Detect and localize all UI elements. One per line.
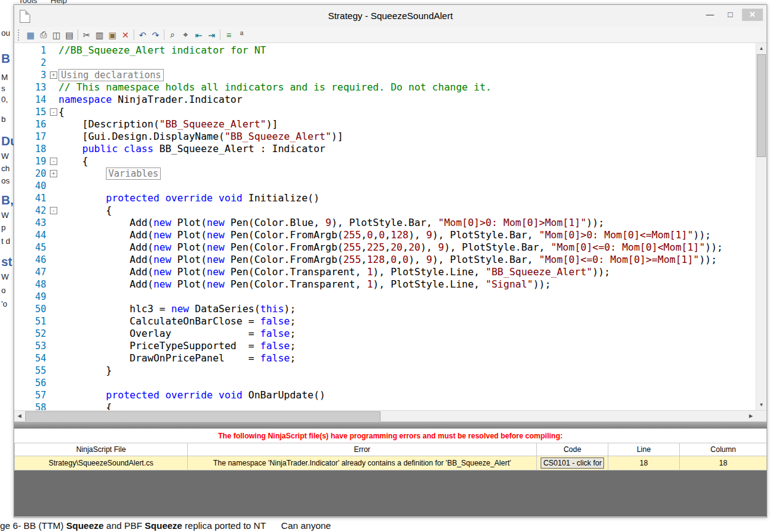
line-number: 15 (14, 106, 49, 118)
print-icon[interactable]: ⎙ (37, 29, 50, 41)
comment-selection-icon[interactable]: ≡ (222, 29, 235, 41)
find-icon[interactable]: ⌕ (166, 29, 179, 41)
fold-margin (49, 229, 58, 241)
line-number: 1 (14, 44, 49, 57)
code-line[interactable]: 53 PriceTypeSupported = false; (14, 340, 756, 352)
fold-marker-icon[interactable]: + (50, 71, 57, 79)
code-line[interactable]: 45 Add(new Plot(new Pen(Color.FromArgb(2… (14, 241, 756, 254)
code-text: } (58, 365, 112, 377)
undo-icon[interactable]: ↶ (136, 29, 149, 41)
code-line[interactable]: 58 { (14, 401, 756, 410)
redo-icon[interactable]: ↷ (149, 29, 162, 41)
code-line[interactable]: 52 Overlay = false; (14, 328, 756, 340)
fold-margin (49, 401, 58, 410)
code-line[interactable]: 18 public class BB_Squeeze_Alert : Indic… (14, 143, 756, 155)
scroll-down-icon[interactable]: ▼ (756, 400, 767, 410)
find-in-files-icon[interactable]: ⌖ (179, 29, 192, 41)
background-text-fragment: st (1, 255, 12, 269)
code-line[interactable]: 15-{ (14, 106, 756, 118)
error-column-header: Code (537, 443, 608, 456)
fold-marker-icon[interactable]: + (50, 170, 57, 177)
scroll-right-icon[interactable]: ▶ (746, 411, 756, 421)
fold-margin (49, 340, 58, 352)
code-line[interactable]: 19- { (14, 155, 756, 167)
code-text: PriceTypeSupported = false; (58, 340, 296, 352)
minimize-button[interactable]: — (701, 9, 719, 21)
horizontal-scrollbar[interactable]: ◀ ▶ (14, 410, 767, 421)
code-line[interactable]: 17 [Gui.Design.DisplayName("BB_Squeeze_A… (14, 131, 756, 143)
vertical-scroll-thumb[interactable] (757, 54, 766, 157)
code-line[interactable]: 16 [Description("BB_Squeeze_Alert")] (14, 118, 756, 131)
line-number: 56 (14, 377, 49, 389)
line-number: 42 (14, 204, 49, 217)
code-line[interactable]: 14namespace NinjaTrader.Indicator (14, 94, 756, 106)
cut-icon[interactable]: ✂ (80, 29, 93, 41)
toolbar-grip[interactable] (18, 30, 21, 41)
background-text-fragment: W (1, 211, 9, 220)
code-line[interactable]: 1//BB_Squeeze_Alert indicator for NT (14, 44, 756, 57)
fold-marker-icon[interactable]: - (50, 108, 57, 116)
line-number: 51 (14, 315, 49, 328)
scrollbar-corner (756, 411, 767, 421)
vertical-scrollbar[interactable]: ▲ ▼ (756, 43, 767, 410)
code-line[interactable]: 20+ Variables (14, 167, 756, 180)
code-editor[interactable]: 1//BB_Squeeze_Alert indicator for NT23+U… (14, 43, 767, 410)
code-line[interactable]: 55 } (14, 365, 756, 377)
page-setup-icon[interactable]: ▤ (63, 29, 76, 41)
line-number: 44 (14, 229, 49, 241)
background-text-fragment: s (1, 84, 6, 93)
code-text: [Gui.Design.DisplayName("BB_Squeeze_Aler… (58, 131, 343, 143)
code-line[interactable]: 54 DrawOnPricePanel = false; (14, 352, 756, 365)
code-line[interactable]: 13// This namespace holds all indicators… (14, 81, 756, 94)
fold-margin (49, 365, 58, 377)
error-code-button[interactable]: CS0101 - click for (541, 457, 603, 469)
line-number: 48 (14, 278, 49, 291)
indent-increase-icon[interactable]: ⇥ (205, 29, 218, 41)
panel-splitter[interactable] (14, 421, 767, 429)
code-content[interactable]: 1//BB_Squeeze_Alert indicator for NT23+U… (14, 43, 756, 410)
scroll-up-icon[interactable]: ▲ (756, 43, 767, 54)
background-text-fragment: B, (1, 193, 14, 208)
close-button[interactable]: ✕ (742, 9, 763, 21)
background-text-fragment: o (1, 286, 6, 295)
code-line[interactable]: 3+Using declarations (14, 69, 756, 81)
code-line[interactable]: 50 hlc3 = new DataSeries(this); (14, 303, 756, 315)
code-text: Add(new Plot(new Pen(Color.Transparent, … (58, 278, 551, 291)
horizontal-scroll-thumb[interactable] (25, 411, 381, 422)
editor-window: Strategy - SqueezeSoundAlert — □ ✕ ▦⎙◫▤✂… (14, 4, 767, 518)
maximize-button[interactable]: □ (722, 9, 739, 21)
code-line[interactable]: 41 protected override void Initialize() (14, 192, 756, 204)
line-number: 19 (14, 155, 49, 167)
error-row[interactable]: Strategy\SqueezeSoundAlert.csThe namespa… (15, 456, 767, 470)
error-table-header-row: NinjaScript FileErrorCodeLineColumn (15, 443, 767, 456)
title-bar[interactable]: Strategy - SqueezeSoundAlert — □ ✕ (14, 5, 767, 27)
code-line[interactable]: 47 Add(new Plot(new Pen(Color.Transparen… (14, 266, 756, 278)
delete-icon[interactable]: ✕ (119, 29, 132, 41)
code-line[interactable]: 40 (14, 180, 756, 192)
code-line[interactable]: 43 Add(new Plot(new Pen(Color.Blue, 9), … (14, 217, 756, 229)
code-line[interactable]: 42- { (14, 204, 756, 217)
copy-icon[interactable]: ▥ (93, 29, 106, 41)
code-line[interactable]: 56 (14, 377, 756, 389)
code-line[interactable]: 46 Add(new Plot(new Pen(Color.FromArgb(2… (14, 254, 756, 266)
fold-marker-icon[interactable]: - (50, 207, 57, 214)
code-line[interactable]: 2 (14, 57, 756, 69)
background-text-fragment: B (1, 52, 10, 66)
paste-icon[interactable]: ▣ (106, 29, 119, 41)
fold-margin (49, 352, 58, 365)
code-line[interactable]: 48 Add(new Plot(new Pen(Color.Transparen… (14, 278, 756, 291)
indent-decrease-icon[interactable]: ⇤ (192, 29, 205, 41)
window-controls: — □ ✕ (701, 9, 763, 21)
code-line[interactable]: 51 CalculateOnBarClose = false; (14, 315, 756, 328)
code-line[interactable]: 57 protected override void OnBarUpdate() (14, 389, 756, 401)
toolbar-separator (164, 30, 164, 40)
save-icon[interactable]: ▦ (24, 29, 37, 41)
fold-marker-icon[interactable]: - (50, 158, 57, 165)
scroll-left-icon[interactable]: ◀ (14, 411, 25, 421)
code-line[interactable]: 49 (14, 291, 756, 303)
line-number: 43 (14, 217, 49, 229)
code-line[interactable]: 44 Add(new Plot(new Pen(Color.FromArgb(2… (14, 229, 756, 241)
code-text: Add(new Plot(new Pen(Color.FromArgb(255,… (58, 241, 723, 254)
uncomment-selection-icon[interactable]: ª (235, 29, 248, 41)
print-preview-icon[interactable]: ◫ (50, 29, 63, 41)
